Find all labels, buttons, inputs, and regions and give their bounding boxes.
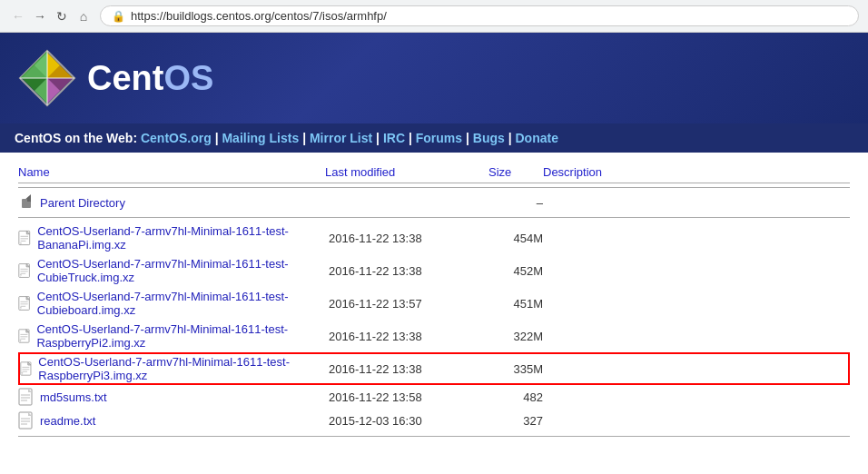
file-modified: 2016-11-22 13:38 [325,362,488,376]
file-row: ? CentOS-Userland-7-armv7hl-Minimal-1611… [18,320,850,352]
file-txt-icon [18,411,35,430]
parent-dir-name-cell: Parent Directory [18,194,325,211]
file-size: 452M [488,264,543,278]
file-row: md5sums.txt 2016-11-22 13:58 482 [18,385,850,409]
svg-text:?: ? [20,274,22,278]
nav-sep-5: | [466,131,473,145]
file-row: ? CentOS-Userland-7-armv7hl-Minimal-1611… [18,254,850,287]
nav-bar: CentOS on the Web: CentOS.org | Mailing … [0,123,868,153]
svg-rect-19 [22,199,27,202]
file-txt-icon [18,388,35,406]
file-modified: 2016-11-22 13:58 [325,390,488,404]
file-link[interactable]: CentOS-Userland-7-armv7hl-Minimal-1611-t… [37,224,325,252]
nav-link-forums[interactable]: Forums [416,131,462,145]
nav-prefix: CentOS on the Web: [15,131,137,145]
file-row: ? CentOS-Userland-7-armv7hl-Minimal-1611… [18,222,850,254]
nav-link-centos-org[interactable]: CentOS.org [141,131,212,145]
file-rows-container: ? CentOS-Userland-7-armv7hl-Minimal-1611… [18,222,850,432]
site-header: CentOS [0,33,868,123]
file-name-cell: readme.txt [18,411,325,430]
nav-buttons: ← → ↻ ⌂ [9,7,93,25]
file-link[interactable]: CentOS-Userland-7-armv7hl-Minimal-1611-t… [38,355,325,382]
file-name-cell: ? CentOS-Userland-7-armv7hl-Minimal-1611… [18,322,325,350]
file-link[interactable]: CentOS-Userland-7-armv7hl-Minimal-1611-t… [36,322,325,350]
file-xz-icon: ? [18,294,32,312]
file-name-cell: ? CentOS-Userland-7-armv7hl-Minimal-1611… [18,257,325,284]
col-size-header[interactable]: Size [488,165,543,179]
file-link[interactable]: readme.txt [40,414,95,428]
address-bar[interactable]: 🔒 https://buildlogs.centos.org/centos/7/… [100,5,859,26]
col-name-header[interactable]: Name [18,165,325,179]
header-separator [18,187,850,188]
centos-logo [18,49,76,107]
nav-link-irc[interactable]: IRC [383,131,405,145]
back-button[interactable]: ← [9,7,27,25]
forward-button[interactable]: → [31,7,49,25]
file-name-cell: md5sums.txt [18,388,325,406]
file-size: 322M [488,330,543,343]
svg-text:?: ? [22,372,24,376]
file-name-cell: ? CentOS-Userland-7-armv7hl-Minimal-1611… [18,290,325,317]
browser-chrome: ← → ↻ ⌂ 🔒 https://buildlogs.centos.org/c… [0,0,868,33]
file-link[interactable]: md5sums.txt [40,390,107,404]
nav-sep-2: | [302,131,310,145]
svg-text:?: ? [20,340,22,343]
file-size: 451M [488,297,543,311]
file-modified: 2015-12-03 16:30 [325,414,488,428]
nav-link-donate[interactable]: Donate [515,131,557,145]
file-modified: 2016-11-22 13:57 [325,297,488,311]
parent-dir-row: Parent Directory – [18,192,850,213]
svg-text:?: ? [20,307,22,311]
file-xz-icon: ? [20,360,33,378]
file-modified: 2016-11-22 13:38 [325,330,488,343]
file-row: readme.txt 2015-12-03 16:30 327 [18,409,850,432]
parent-dir-size: – [488,196,543,210]
site-title: CentOS [87,59,213,98]
svg-rect-18 [22,202,31,208]
logo-container: CentOS [18,49,213,107]
nav-sep-3: | [376,131,383,145]
col-desc-header[interactable]: Description [543,165,850,179]
listing-header: Name Last modified Size Description [18,162,850,183]
file-size: 482 [488,390,543,404]
bottom-separator [18,436,850,437]
reload-button[interactable]: ↻ [53,7,71,25]
file-row: ? CentOS-Userland-7-armv7hl-Minimal-1611… [18,352,850,385]
parent-dir-icon [18,194,35,211]
nav-link-mailing-lists[interactable]: Mailing Lists [222,131,299,145]
file-modified: 2016-11-22 13:38 [325,232,488,245]
file-size: 335M [488,362,543,376]
file-name-cell: ? CentOS-Userland-7-armv7hl-Minimal-1611… [18,224,325,252]
file-size: 454M [488,232,543,245]
file-xz-icon: ? [18,327,31,345]
file-name-cell: ? CentOS-Userland-7-armv7hl-Minimal-1611… [20,355,325,382]
lock-icon: 🔒 [112,10,125,23]
nav-link-mirror-list[interactable]: Mirror List [310,131,372,145]
svg-text:?: ? [20,242,22,246]
file-modified: 2016-11-22 13:38 [325,264,488,278]
file-row: ? CentOS-Userland-7-armv7hl-Minimal-1611… [18,287,850,320]
file-xz-icon: ? [18,262,32,280]
file-link[interactable]: CentOS-Userland-7-armv7hl-Minimal-1611-t… [37,290,325,317]
file-xz-icon: ? [18,229,32,247]
file-size: 327 [488,414,543,428]
list-separator [18,217,850,218]
parent-dir-link[interactable]: Parent Directory [40,196,125,210]
home-button[interactable]: ⌂ [74,7,93,25]
nav-link-bugs[interactable]: Bugs [473,131,505,145]
nav-sep-4: | [409,131,416,145]
file-link[interactable]: CentOS-Userland-7-armv7hl-Minimal-1611-t… [37,257,325,284]
col-modified-header[interactable]: Last modified [325,165,488,179]
file-listing: Name Last modified Size Description Pare… [0,153,868,449]
url-text: https://buildlogs.centos.org/centos/7/is… [131,9,387,23]
